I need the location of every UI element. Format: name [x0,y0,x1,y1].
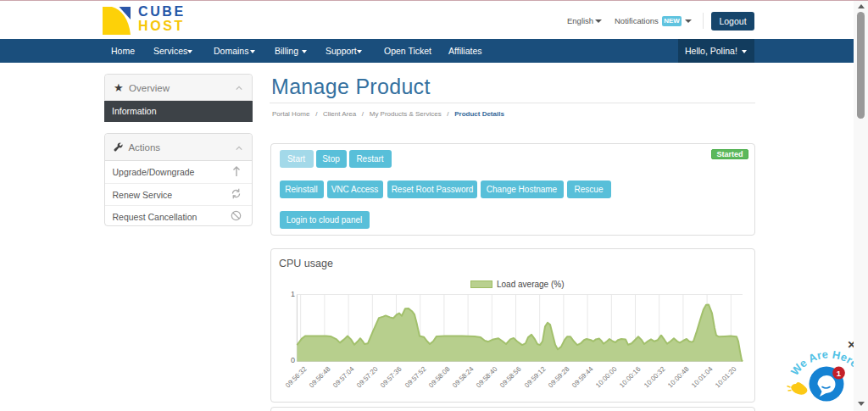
svg-text:1: 1 [837,369,842,378]
